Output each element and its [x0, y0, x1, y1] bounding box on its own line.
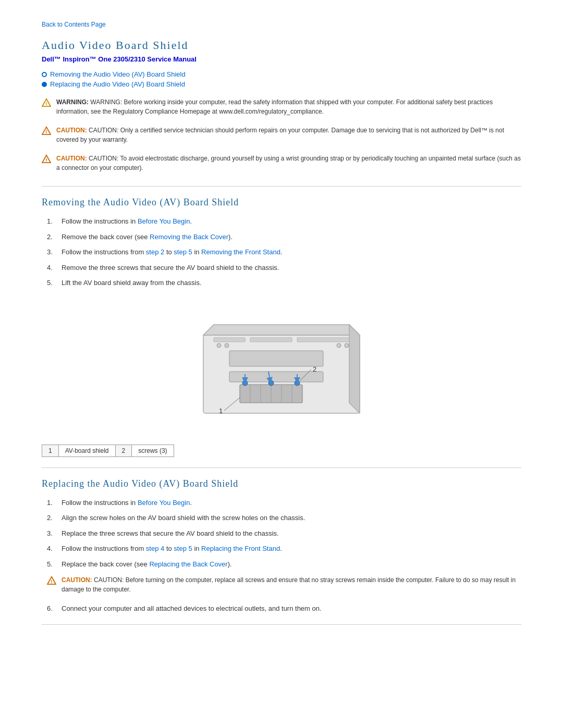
caution-between-steps: ! CAUTION: CAUTION: Before turning on th…: [47, 575, 521, 597]
step-num-3: 3.: [47, 247, 57, 257]
back-to-contents-link[interactable]: Back to Contents Page: [42, 21, 521, 28]
svg-point-33: [345, 343, 349, 348]
replacing-steps-list: 1. Follow the instructions in Before You…: [47, 498, 521, 570]
toc-link-replacing[interactable]: Replacing the Audio Video (AV) Board Shi…: [50, 80, 185, 88]
step-2-text: Remove the back cover (see Removing the …: [62, 232, 232, 242]
svg-point-22: [295, 380, 300, 386]
rep-step-num-6: 6.: [47, 603, 57, 614]
replacing-section-title: Replacing the Audio Video (AV) Board Shi…: [42, 478, 521, 489]
toc-link-removing[interactable]: Removing the Audio Video (AV) Board Shie…: [50, 70, 186, 78]
diagram-container: 1 2: [182, 299, 381, 434]
rep-step-5-text: Replace the back cover (see Replacing th…: [62, 559, 232, 570]
replacing-step-3: 3. Replace the three screws that secure …: [47, 528, 521, 539]
svg-point-30: [217, 343, 221, 348]
subtitle: Dell™ Inspiron™ One 2305/2310 Service Ma…: [42, 55, 521, 63]
toc-list: Removing the Audio Video (AV) Board Shie…: [42, 70, 521, 88]
rep-step-1-text: Follow the instructions in Before You Be…: [62, 498, 192, 508]
rep-step-num-2: 2.: [47, 513, 57, 523]
removing-step-5: 5. Lift the AV board shield away from th…: [47, 278, 521, 288]
svg-text:1: 1: [219, 407, 223, 415]
rep-step-num-1: 1.: [47, 498, 57, 508]
parts-table-label-2: screws (3): [132, 445, 174, 456]
divider-middle: [42, 467, 521, 468]
replacing-step-1: 1. Follow the instructions in Before You…: [47, 498, 521, 508]
removing-back-cover-link[interactable]: Removing the Back Cover: [150, 233, 228, 241]
svg-text:2: 2: [313, 365, 316, 373]
svg-marker-8: [349, 325, 360, 413]
parts-table-num-1: 1: [42, 445, 59, 456]
svg-text:!: !: [51, 578, 52, 584]
rep-step-num-5: 5.: [47, 559, 57, 570]
replacing-step-4: 4. Follow the instructions from step 4 t…: [47, 544, 521, 554]
svg-marker-7: [203, 325, 360, 335]
toc-item-removing: Removing the Audio Video (AV) Board Shie…: [42, 70, 521, 78]
diagram-svg: 1 2: [182, 299, 381, 434]
svg-point-20: [268, 380, 274, 386]
step-4-text: Remove the three screws that secure the …: [62, 263, 279, 273]
toc-bullet-removing: [42, 72, 47, 77]
step-3-text: Follow the instructions from step 2 to s…: [62, 247, 282, 257]
caution-between-text: CAUTION: CAUTION: Before turning on the …: [62, 575, 521, 594]
svg-rect-27: [214, 338, 245, 342]
svg-point-18: [242, 380, 248, 386]
step-num-4: 4.: [47, 263, 57, 273]
rep-step4-link[interactable]: step 4: [146, 545, 164, 552]
removing-section-title: Removing the Audio Video (AV) Board Shie…: [42, 197, 521, 208]
before-you-begin-link-1[interactable]: Before You Begin: [138, 217, 190, 225]
removing-steps-list: 1. Follow the instructions in Before You…: [47, 216, 521, 288]
removing-front-stand-link[interactable]: Removing the Front Stand: [201, 248, 280, 256]
toc-bullet-replacing: [42, 82, 47, 87]
step2-link[interactable]: step 2: [146, 248, 164, 256]
parts-table-label-1: AV-board shield: [58, 445, 115, 456]
svg-point-32: [337, 343, 341, 348]
rep-step-num-3: 3.: [47, 528, 57, 539]
rep-step5-link[interactable]: step 5: [174, 545, 192, 552]
svg-text:!: !: [45, 157, 47, 163]
replacing-front-stand-link[interactable]: Replacing the Front Stand: [201, 545, 280, 552]
warning-text: WARNING: WARNING: Before working inside …: [56, 97, 521, 116]
replacing-back-cover-link[interactable]: Replacing the Back Cover: [149, 560, 227, 568]
step-num-5: 5.: [47, 278, 57, 288]
removing-step-1: 1. Follow the instructions in Before You…: [47, 216, 521, 227]
replacing-step-6: 6. Connect your computer and all attache…: [47, 603, 521, 614]
caution2-notice: ! CAUTION: CAUTION: To avoid electrostat…: [42, 154, 521, 176]
rep-step-3-text: Replace the three screws that secure the…: [62, 528, 279, 539]
divider-bottom: [42, 624, 521, 625]
parts-table: 1 AV-board shield 2 screws (3): [42, 445, 174, 457]
parts-table-num-2: 2: [115, 445, 132, 456]
removing-step-2: 2. Remove the back cover (see Removing t…: [47, 232, 521, 242]
step-5-text: Lift the AV board shield away from the c…: [62, 278, 202, 288]
svg-rect-28: [250, 338, 292, 342]
caution-between-icon: !: [47, 576, 56, 594]
replacing-step-2: 2. Align the screw holes on the AV board…: [47, 513, 521, 523]
rep-step-num-4: 4.: [47, 544, 57, 554]
step-1-text: Follow the instructions in Before You Be…: [62, 216, 192, 227]
replacing-step6-list: 6. Connect your computer and all attache…: [47, 603, 521, 614]
svg-rect-29: [297, 338, 349, 342]
removing-step-3: 3. Follow the instructions from step 2 t…: [47, 247, 521, 257]
before-you-begin-link-2[interactable]: Before You Begin: [138, 499, 190, 507]
page-title: Audio Video Board Shield: [42, 39, 521, 52]
svg-rect-10: [229, 372, 323, 382]
removing-step-4: 4. Remove the three screws that secure t…: [47, 263, 521, 273]
toc-item-replacing: Replacing the Audio Video (AV) Board Shi…: [42, 80, 521, 88]
rep-step-4-text: Follow the instructions from step 4 to s…: [62, 544, 282, 554]
caution1-icon: !: [42, 126, 51, 144]
caution1-text: CAUTION: CAUTION: Only a certified servi…: [56, 126, 521, 144]
caution2-icon: !: [42, 154, 51, 172]
caution2-text: CAUTION: CAUTION: To avoid electrostatic…: [56, 154, 521, 172]
step5-link[interactable]: step 5: [174, 248, 192, 256]
warning-icon: !: [42, 98, 51, 116]
replacing-step-5: 5. Replace the back cover (see Replacing…: [47, 559, 521, 570]
step-num-1: 1.: [47, 216, 57, 227]
rep-step-2-text: Align the screw holes on the AV board sh…: [62, 513, 305, 523]
svg-text:!: !: [45, 101, 47, 106]
rep-step-6-text: Connect your computer and all attached d…: [62, 603, 322, 614]
svg-point-31: [225, 343, 229, 348]
caution1-notice: ! CAUTION: CAUTION: Only a certified ser…: [42, 126, 521, 147]
step-num-2: 2.: [47, 232, 57, 242]
divider-top: [42, 186, 521, 187]
svg-text:!: !: [45, 129, 47, 134]
warning-notice: ! WARNING: WARNING: Before working insid…: [42, 97, 521, 119]
svg-rect-9: [229, 351, 323, 366]
